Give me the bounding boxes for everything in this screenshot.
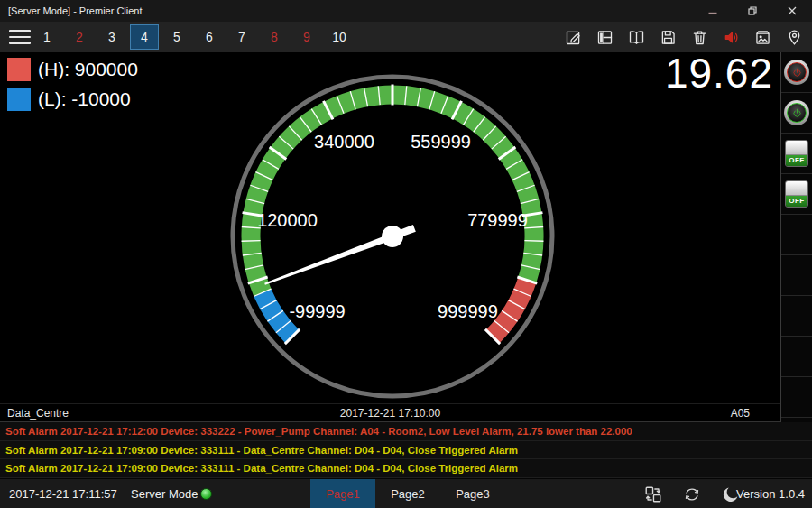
sidebar-empty-cell <box>781 215 812 255</box>
threshold-legend: (H): 900000 (L): -10000 <box>7 58 138 117</box>
minimize-button[interactable] <box>693 0 733 22</box>
sidebar-empty-cell <box>781 255 812 296</box>
toolbar-page-3[interactable]: 3 <box>96 22 128 52</box>
toolbar-page-2[interactable]: 2 <box>63 22 96 52</box>
svg-text:999999: 999999 <box>438 301 498 321</box>
sidebar-empty-cell <box>781 337 812 377</box>
status-bar: 2017-12-21 17:11:57 Server Mode Page1Pag… <box>0 478 812 508</box>
edit-icon[interactable] <box>558 22 589 52</box>
version-label: Version 1.0.4 <box>736 479 805 508</box>
window-title: [Server Mode] - Premier Client <box>8 0 143 22</box>
layout-swap-icon[interactable] <box>642 484 664 505</box>
menu-icon[interactable] <box>9 30 31 44</box>
location-icon[interactable] <box>779 22 810 52</box>
toggle-state-label: OFF <box>786 196 807 207</box>
toolbar-page-6[interactable]: 6 <box>193 22 226 52</box>
sidebar-cell: OFF <box>781 174 812 215</box>
server-mode-label: Server Mode <box>131 479 198 508</box>
save-icon[interactable] <box>652 22 684 52</box>
svg-text:559999: 559999 <box>411 132 471 152</box>
page-tab-page3[interactable]: Page3 <box>440 479 505 508</box>
restore-button[interactable] <box>733 0 772 22</box>
high-threshold-label: (H): 900000 <box>38 59 138 80</box>
snapshot-archive-icon[interactable] <box>747 22 779 52</box>
svg-text:340000: 340000 <box>314 132 374 152</box>
sidebar-empty-cell <box>781 296 812 337</box>
control-sidebar: OFF OFF <box>780 52 812 422</box>
toggle-switch-2[interactable]: OFF <box>785 180 808 208</box>
sidebar-cell <box>781 52 812 93</box>
toolbar-page-10[interactable]: 10 <box>323 22 355 52</box>
toggle-switch-1[interactable]: OFF <box>785 140 808 167</box>
toggle-handle <box>786 181 807 196</box>
low-threshold-swatch <box>7 88 31 111</box>
premier-client-window: [Server Mode] - Premier Client 123456789… <box>0 0 812 508</box>
status-clock: 2017-12-21 17:11:57 <box>9 479 117 508</box>
close-button[interactable] <box>772 0 812 22</box>
toolbar-page-4[interactable]: 4 <box>128 22 161 52</box>
svg-text:120000: 120000 <box>257 210 318 230</box>
reading-timestamp: 2017-12-21 17:10:00 <box>0 404 780 422</box>
power-icon <box>787 103 807 123</box>
toolbar-page-7[interactable]: 7 <box>226 22 258 52</box>
page-tab-page2[interactable]: Page2 <box>375 479 440 508</box>
gauge-info-row: Data_Centre 2017-12-21 17:10:00 A05 <box>0 403 780 422</box>
svg-text:779999: 779999 <box>467 210 528 230</box>
connection-status-dot <box>200 488 212 500</box>
alarm-list: Soft Alarm 2017-12-21 17:12:00 Device: 3… <box>0 422 812 478</box>
alarm-row[interactable]: Soft Alarm 2017-12-21 17:09:00 Device: 3… <box>0 459 812 478</box>
toggle-handle <box>786 141 807 155</box>
title-bar: [Server Mode] - Premier Client <box>0 0 812 22</box>
sidebar-empty-cell <box>781 377 812 418</box>
speaker-icon[interactable] <box>715 22 747 52</box>
alarm-row[interactable]: Soft Alarm 2017-12-21 17:12:00 Device: 3… <box>0 422 812 441</box>
toolbar: 12345678910 <box>0 22 812 52</box>
trash-icon[interactable] <box>684 22 715 52</box>
low-threshold-label: (L): -10000 <box>38 88 131 110</box>
toolbar-page-8[interactable]: 8 <box>258 22 291 52</box>
alarm-row[interactable]: Soft Alarm 2017-12-21 17:09:00 Device: 3… <box>0 441 812 460</box>
book-icon[interactable] <box>621 22 652 52</box>
gauge: -99999120000340000559999779999999999 <box>212 56 573 417</box>
sync-icon[interactable] <box>681 484 703 505</box>
channel-label: A05 <box>731 404 750 422</box>
sidebar-cell <box>781 93 812 134</box>
layout-icon[interactable] <box>589 22 621 52</box>
sidebar-cell: OFF <box>781 134 812 174</box>
toolbar-page-9[interactable]: 9 <box>291 22 323 52</box>
page-tab-page1[interactable]: Page1 <box>310 479 375 508</box>
power-red-button[interactable] <box>784 60 809 85</box>
svg-text:-99999: -99999 <box>289 301 345 321</box>
toggle-state-label: OFF <box>786 155 807 166</box>
power-icon <box>787 62 807 82</box>
power-green-button[interactable] <box>784 100 809 125</box>
toolbar-page-5[interactable]: 5 <box>161 22 193 52</box>
gauge-panel: (H): 900000 (L): -10000 19.62 -999991200… <box>0 52 780 422</box>
toolbar-page-1[interactable]: 1 <box>31 22 63 52</box>
current-value-readout: 19.62 <box>665 49 773 97</box>
high-threshold-swatch <box>7 58 31 81</box>
